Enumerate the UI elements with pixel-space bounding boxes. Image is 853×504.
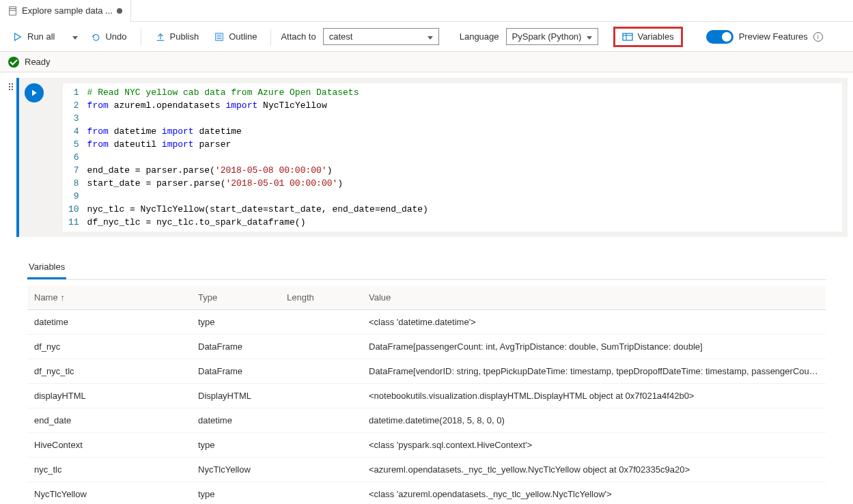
cell-length [280, 359, 362, 383]
status-text: Ready [25, 57, 51, 67]
attach-to-value: catest [329, 31, 353, 42]
preview-features-label: Preview Features [739, 31, 808, 42]
success-icon [8, 57, 19, 68]
cell-name: df_nyc_tlc [27, 359, 191, 383]
header-name[interactable]: Name [27, 285, 191, 309]
run-all-dropdown-button[interactable] [66, 29, 79, 44]
outline-icon [214, 31, 225, 42]
info-icon[interactable]: i [813, 32, 823, 42]
chevron-down-icon [581, 31, 592, 42]
cell-area: 1234567891011 # Read NYC yellow cab data… [0, 72, 853, 251]
tab-title: Explore sample data ... [22, 5, 113, 16]
cell-length [280, 458, 362, 481]
table-row[interactable]: df_nycDataFrameDataFrame[passengerCount:… [27, 335, 826, 359]
cell-length [280, 310, 362, 334]
publish-button[interactable]: Publish [151, 29, 204, 45]
cell-name: NycTlcYellow [27, 482, 191, 504]
undo-label: Undo [105, 31, 126, 42]
cell-name: df_nyc [27, 335, 191, 359]
table-row[interactable]: nyc_tlcNycTlcYellow<azureml.opendatasets… [27, 458, 826, 482]
variables-label: Variables [637, 31, 673, 42]
cell-name: datetime [27, 310, 191, 334]
table-row[interactable]: end_datedatetimedatetime.datetime(2018, … [27, 408, 826, 433]
cell-type: NycTlcYellow [191, 458, 280, 481]
run-cell-button[interactable] [25, 83, 44, 102]
variables-button[interactable]: Variables [613, 27, 682, 47]
code-content[interactable]: # Read NYC yellow cab data from Azure Op… [87, 86, 842, 229]
line-gutter: 1234567891011 [63, 86, 87, 229]
cell-length [280, 408, 362, 432]
attach-to-dropdown[interactable]: catest [323, 28, 439, 45]
attach-to-label: Attach to [281, 31, 316, 42]
code-editor[interactable]: 1234567891011 # Read NYC yellow cab data… [63, 83, 842, 232]
table-row[interactable]: datetimetype<class 'datetime.datetime'> [27, 310, 826, 335]
drag-dots-icon [9, 83, 13, 90]
tab-variables[interactable]: Variables [27, 256, 66, 279]
cell-name: displayHTML [27, 384, 191, 408]
panel-tabs: Variables [27, 256, 826, 280]
cell-drag-handle[interactable] [5, 78, 16, 237]
cell-value: <notebookutils.visualization.displayHTML… [362, 384, 826, 408]
table-row[interactable]: NycTlcYellowtype<class 'azureml.opendata… [27, 482, 826, 504]
cell-type: DisplayHTML [191, 384, 280, 408]
header-type[interactable]: Type [191, 285, 280, 309]
cell-name: nyc_tlc [27, 458, 191, 481]
publish-label: Publish [170, 31, 199, 42]
play-icon [30, 89, 38, 97]
cell-name: end_date [27, 408, 191, 432]
table-header: Name Type Length Value [27, 285, 826, 310]
play-icon [12, 31, 23, 42]
toolbar: Run all Undo Publish Outline Attach to c… [0, 22, 853, 52]
language-label: Language [460, 31, 499, 42]
svg-rect-0 [10, 6, 16, 14]
toolbar-separator [270, 29, 271, 45]
notebook-tab[interactable]: Explore sample data ... [0, 0, 131, 22]
language-dropdown[interactable]: PySpark (Python) [506, 28, 599, 45]
cell-value: <class 'datetime.datetime'> [362, 310, 826, 334]
variables-panel: Variables Name Type Length Value datetim… [0, 251, 853, 504]
header-length[interactable]: Length [280, 285, 362, 309]
cell-name: HiveContext [27, 433, 191, 457]
table-row[interactable]: HiveContexttype<class 'pyspark.sql.conte… [27, 433, 826, 458]
cell-type: type [191, 433, 280, 457]
tab-bar: Explore sample data ... [0, 0, 853, 22]
language-value: PySpark (Python) [512, 31, 582, 42]
cell-length [280, 384, 362, 408]
cell-value: datetime.datetime(2018, 5, 8, 0, 0) [362, 408, 826, 432]
outline-button[interactable]: Outline [210, 29, 261, 45]
cell-length [280, 433, 362, 457]
cell-length [280, 335, 362, 359]
cell-value: <class 'pyspark.sql.context.HiveContext'… [362, 433, 826, 457]
chevron-down-icon [67, 31, 78, 42]
cell-value: DataFrame[vendorID: string, tpepPickupDa… [362, 359, 826, 383]
unsaved-indicator-icon [117, 8, 122, 14]
cell-length [280, 482, 362, 504]
status-bar: Ready [0, 52, 853, 72]
undo-icon [90, 31, 101, 42]
svg-marker-11 [32, 90, 37, 96]
table-row[interactable]: displayHTMLDisplayHTML<notebookutils.vis… [27, 384, 826, 408]
cell-value: <class 'azureml.opendatasets._nyc_tlc_ye… [362, 482, 826, 504]
cell-type: DataFrame [191, 335, 280, 359]
variables-icon [622, 31, 633, 42]
cell-value: <azureml.opendatasets._nyc_tlc_yellow.Ny… [362, 458, 826, 481]
svg-marker-3 [15, 33, 21, 40]
variables-table: Name Type Length Value datetimetype<clas… [27, 285, 826, 504]
cell-value: DataFrame[passengerCount: int, AvgTripDi… [362, 335, 826, 359]
cell-type: DataFrame [191, 359, 280, 383]
cell-type: type [191, 482, 280, 504]
table-row[interactable]: df_nyc_tlcDataFrameDataFrame[vendorID: s… [27, 359, 826, 384]
cell-type: datetime [191, 408, 280, 432]
header-value[interactable]: Value [362, 285, 826, 309]
svg-rect-8 [623, 33, 632, 40]
chevron-down-icon [422, 31, 433, 42]
toolbar-separator [141, 29, 141, 45]
undo-button[interactable]: Undo [86, 29, 130, 45]
outline-label: Outline [229, 31, 257, 42]
preview-features-toggle[interactable] [706, 30, 733, 44]
notebook-icon [8, 6, 18, 16]
cell-type: type [191, 310, 280, 334]
run-all-label: Run all [27, 31, 55, 42]
publish-icon [155, 31, 166, 42]
run-all-button[interactable]: Run all [8, 29, 59, 45]
